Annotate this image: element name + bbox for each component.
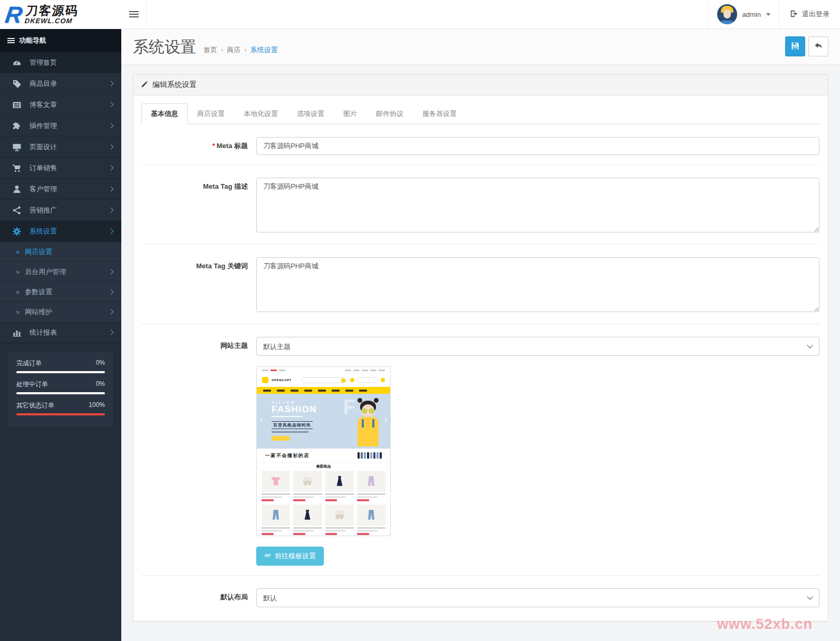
brand-logo[interactable]: R 刀客源码 DKEWL.COM [0,0,121,29]
form-group-meta-description: Meta Tag 描述 刀客源码PHP商城 [141,165,820,245]
chevron-right-icon [109,229,114,234]
pencil-icon [141,81,148,90]
avatar [717,4,737,24]
layout-select[interactable]: 默认 [256,588,819,607]
meta-title-input[interactable] [256,137,819,155]
meta-keywords-textarea[interactable]: 刀客源码PHP商城 [256,257,819,312]
preview-hero-banner: F SILVER FASHION 百变风格品味时尚 [257,394,390,449]
tab-options[interactable]: 选项设置 [287,103,334,124]
sidebar-item-dashboard[interactable]: 管理首页 [0,52,121,73]
sidebar-item-design[interactable]: 页面设计 [0,137,121,158]
user-icon [12,184,22,194]
reply-arrow-icon [814,41,823,52]
stat-value: 0% [96,359,105,368]
content-body: 编辑系统设置 基本信息 商店设置 本地化设置 选项设置 图片 邮件协议 服务器设… [121,65,840,621]
form-group-layout: 默认布局 默认 [141,576,820,621]
tab-localisation[interactable]: 本地化设置 [234,103,287,124]
sidebar-subitem-maintenance[interactable]: » 网站维护 [0,302,121,322]
sidebar-toggle-button[interactable] [121,0,147,28]
progress-bar [16,413,105,415]
tag-icon [12,79,22,89]
chevron-right-icon [109,144,114,150]
chevron-right-icon [109,269,114,275]
brand-subtitle: DKEWL.COM [24,17,78,24]
sidebar-item-sales[interactable]: 订单销售 [0,158,121,179]
preview-product-grid [257,470,390,536]
product-tile-navy-dress [325,471,354,501]
form-group-theme: 网站主题 默认主题 [141,324,820,576]
progress-bar [16,371,105,373]
link-icon [264,552,271,560]
tab-store[interactable]: 商店设置 [188,103,234,124]
product-tile-slippers [325,504,354,535]
sidebar-item-extensions[interactable]: 插件管理 [0,115,121,137]
theme-select[interactable]: 默认主题 [256,337,819,356]
content-area: 系统设置 首页 › 商店 › 系统设置 [121,29,840,641]
sidebar-item-reports[interactable]: 统计报表 [0,322,121,343]
logout-icon [790,9,798,20]
meta-description-textarea[interactable]: 刀客源码PHP商城 [256,178,819,232]
content-header: 系统设置 首页 › 商店 › 系统设置 [121,29,840,65]
product-tile-slippers [293,471,322,501]
topbar: admin 退出登录 [121,0,840,29]
double-angle-icon: » [16,248,20,256]
caret-down-icon [766,13,770,16]
main-column: admin 退出登录 系统设置 首页 › 商店 › [121,0,840,641]
dashboard-icon [12,58,22,67]
menu-bars-icon [7,38,15,43]
preview-site-logo-icon [262,377,268,383]
tab-mail[interactable]: 邮件协议 [366,103,413,124]
desktop-icon [12,142,22,152]
sidebar-item-customers[interactable]: 客户管理 [0,179,121,200]
gear-icon [12,227,22,236]
sidebar-menu: 管理首页 商品目录 博客文章 插件管理 [0,52,121,343]
sidebar-item-marketing[interactable]: 营销推广 [0,200,121,221]
chevron-right-icon [109,81,114,86]
sidebar-subitem-admin-users[interactable]: » 后台用户管理 [0,262,121,282]
tab-general[interactable]: 基本信息 [141,103,188,124]
chevron-right-icon [109,102,114,108]
sidebar-item-catalog[interactable]: 商品目录 [0,73,121,94]
sidebar-item-system-settings[interactable]: 系统设置 [0,221,121,242]
preview-nav-bar [257,387,390,394]
form-group-meta-keywords: Meta Tag 关键词 刀客源码PHP商城 [141,245,820,324]
chevron-right-icon [109,166,114,171]
sidebar-nav-title: 功能导航 [0,29,121,52]
user-dropdown[interactable]: admin [708,0,779,28]
sidebar-item-blog[interactable]: 博客文章 [0,94,121,115]
back-button[interactable] [808,36,828,56]
puzzle-icon [12,121,22,131]
preview-search-bar [301,377,346,383]
brand-title: 刀客源码 [25,5,79,17]
breadcrumb-home[interactable]: 首页 [204,45,217,55]
product-tile-blue-jeans [262,504,290,535]
tab-image[interactable]: 图片 [334,103,366,124]
preview-model-figure [353,398,383,446]
username: admin [742,11,761,18]
settings-tabs: 基本信息 商店设置 本地化设置 选项设置 图片 邮件协议 服务器设置 [141,103,820,124]
cart-icon [12,163,22,173]
newspaper-icon [12,100,22,110]
double-angle-icon: » [16,308,20,316]
chevron-right-icon [109,208,114,213]
stat-other-orders: 其它状态订单 100% [16,401,105,415]
chevron-right-icon [109,330,114,335]
progress-bar [16,392,105,394]
required-marker: * [213,142,215,150]
save-button[interactable] [785,36,805,56]
chevron-right-icon [109,123,114,129]
watermark: www.52xb.cn [717,616,813,633]
product-tile-navy-dress [293,504,322,535]
order-stats-panel: 完成订单 0% 处理中订单 0% 其它状态订单 100% [8,352,113,426]
tab-server[interactable]: 服务器设置 [413,103,466,124]
sidebar-subitem-parameters[interactable]: » 参数设置 [0,282,121,302]
double-angle-icon: » [16,268,20,276]
brand-logo-icon: R [4,3,24,26]
breadcrumb-store[interactable]: 商店 [227,45,240,55]
logout-button[interactable]: 退出登录 [779,0,840,28]
double-angle-icon: » [16,288,20,296]
preview-site-logo: OPENCART [272,378,292,382]
template-settings-button[interactable]: 前往模板设置 [256,547,324,566]
bar-chart-icon [12,328,22,337]
sidebar-subitem-store-settings[interactable]: » 网店设置 [0,242,121,262]
